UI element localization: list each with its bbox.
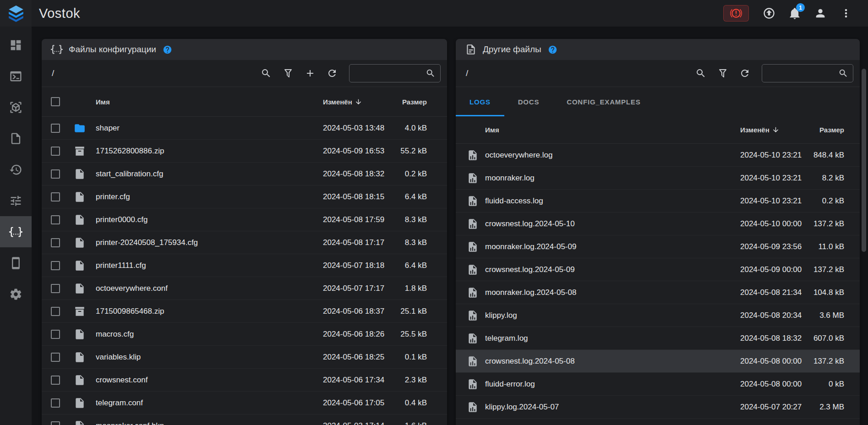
file-row[interactable]: moonraker.log 2024-05-10 23:21 8.2 kB [456,167,860,190]
file-row[interactable]: klippy.log.2024-05-07 2024-05-07 20:27 2… [456,396,860,419]
upload-button[interactable] [759,3,779,23]
log-icon [467,241,479,253]
log-icon [467,172,479,184]
row-checkbox[interactable] [51,307,60,316]
column-header-modified[interactable]: Изменён [740,126,809,134]
file-row[interactable]: moonraker.log.2024-05-09 2024-05-09 23:5… [456,235,860,258]
sidebar-item-device[interactable] [0,247,32,278]
row-checkbox[interactable] [51,261,60,270]
file-row[interactable]: 1715009865468.zip 2024-05-06 18:37 25.1 … [42,300,447,323]
file-row[interactable]: crowsnest.log.2024-05-08 2024-05-08 00:0… [456,350,860,373]
tab[interactable]: LOGS [456,87,504,116]
fluidd-logo[interactable] [0,0,32,27]
refresh-button[interactable] [322,64,342,83]
notifications-button[interactable]: 1 [785,3,805,23]
sidebar-item-settings[interactable] [0,278,32,310]
row-checkbox[interactable] [51,238,60,247]
column-header-size[interactable]: Размер [809,126,844,134]
config-file-list: shaper 2024-05-03 13:48 4.0 kB 171526280… [42,117,447,425]
config-search-input[interactable] [354,69,426,77]
row-checkbox[interactable] [51,421,60,425]
log-icon [467,218,479,230]
other-search-input[interactable] [767,69,838,77]
row-checkbox[interactable] [51,330,60,339]
column-header-size[interactable]: Размер [392,98,427,106]
brake-alert-icon [730,7,742,19]
file-name: octoeverywhere.log [485,151,740,160]
file-row[interactable]: fluidd-access.log 2024-05-10 23:21 0.2 k… [456,190,860,212]
file-row[interactable]: crowsnest.log.2024-05-10 2024-05-10 00:0… [456,212,860,235]
appbar-actions: 1 [723,3,868,23]
column-header-modified[interactable]: Изменён [323,98,392,106]
file-row[interactable]: start_calibration.cfg 2024-05-08 18:32 0… [42,163,447,185]
file-row[interactable]: telegram.conf 2024-05-06 17:05 0.4 kB [42,392,447,414]
file-row[interactable]: printer0000.cfg 2024-05-08 17:59 8.3 kB [42,208,447,231]
help-icon[interactable] [548,45,557,54]
file-row[interactable]: octoeverywhere.log 2024-05-10 23:21 848.… [456,144,860,167]
column-header-name[interactable]: Имя [485,126,740,134]
emergency-stop-button[interactable] [723,5,749,22]
scrollbar-thumb[interactable] [862,69,866,252]
row-checkbox[interactable] [51,398,60,408]
select-all-checkbox[interactable] [51,97,60,106]
file-row[interactable]: octoeverywhere.conf 2024-05-07 17:17 1.8… [42,277,447,300]
sidebar-item-console[interactable] [0,60,32,92]
sidebar-item-jobs[interactable] [0,123,32,154]
search-button[interactable] [257,64,276,83]
file-row[interactable]: macros.cfg 2024-05-06 18:26 25.5 kB [42,323,447,346]
file-row[interactable]: 1715262800886.zip 2024-05-09 16:53 55.2 … [42,140,447,163]
file-row[interactable]: telegram.log 2024-05-08 18:32 607.0 kB [456,327,860,350]
file-modified: 2024-05-10 00:00 [740,219,809,229]
user-button[interactable] [810,3,830,23]
file-name: printer1111.cfg [96,261,323,270]
row-checkbox[interactable] [51,215,60,224]
file-row[interactable]: moonraker.conf.bkp 2024-05-03 17:14 1.6 … [42,414,447,425]
sidebar-item-dashboard[interactable] [0,29,32,60]
refresh-button[interactable] [735,64,754,83]
column-header-name[interactable]: Имя [96,98,323,106]
row-checkbox[interactable] [51,192,60,202]
file-row[interactable]: shaper 2024-05-03 13:48 4.0 kB [42,117,447,140]
sidebar-item-configure[interactable] [0,216,32,247]
add-button[interactable] [300,64,320,83]
file-row[interactable] [456,419,860,425]
config-panel-header: Файлы конфигурации [42,39,447,60]
file-document-icon [465,44,477,55]
filter-button[interactable] [278,64,298,83]
file-row[interactable]: crowsnest.log.2024-05-09 2024-05-09 00:0… [456,258,860,281]
sidebar-item-gcode-preview[interactable] [0,92,32,123]
file-size: 848.4 kB [809,151,844,160]
file-modified: 2024-05-03 17:14 [323,421,392,425]
file-name: octoeverywhere.conf [96,284,323,293]
file-row[interactable]: printer.cfg 2024-05-08 18:15 6.4 kB [42,185,447,208]
file-size: 8.2 kB [809,174,844,183]
column-header-modified-label: Изменён [740,126,770,134]
file-row[interactable]: printer-20240508_175934.cfg 2024-05-08 1… [42,231,447,254]
tab[interactable]: CONFIG_EXAMPLES [553,87,654,116]
row-checkbox[interactable] [51,147,60,156]
file-row[interactable]: printer1111.cfg 2024-05-07 18:18 6.4 kB [42,254,447,277]
sidebar-item-tune[interactable] [0,185,32,216]
more-menu-button[interactable] [836,3,856,23]
sidebar-item-history[interactable] [0,154,32,185]
file-row[interactable]: crowsnest.conf 2024-05-06 17:34 2.3 kB [42,369,447,392]
row-checkbox[interactable] [51,353,60,362]
file-modified: 2024-05-07 20:27 [740,403,809,412]
file-row[interactable]: variables.klip 2024-05-06 18:25 0.1 kB [42,346,447,369]
file-modified: 2024-05-07 17:17 [323,284,392,293]
tab[interactable]: DOCS [504,87,553,116]
row-checkbox[interactable] [51,169,60,179]
row-checkbox[interactable] [51,124,60,133]
file-modified: 2024-05-08 18:32 [323,169,392,179]
file-row[interactable]: moonraker.log.2024-05-08 2024-05-08 21:3… [456,281,860,304]
search-button[interactable] [691,64,710,83]
filter-button[interactable] [713,64,732,83]
row-checkbox[interactable] [51,284,60,293]
file-size: 3.6 MB [809,311,844,320]
file-size: 104.8 kB [809,288,844,297]
file-icon [74,237,86,249]
file-row[interactable]: klippy.log 2024-05-08 20:34 3.6 MB [456,304,860,327]
row-checkbox[interactable] [51,376,60,385]
file-row[interactable]: fluidd-error.log 2024-05-08 00:00 0 kB [456,373,860,396]
help-icon[interactable] [163,45,172,54]
